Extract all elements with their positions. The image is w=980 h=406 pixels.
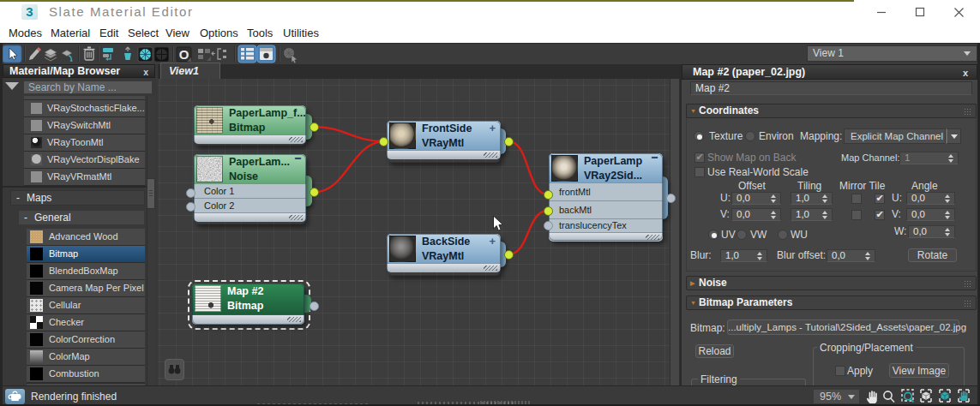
svg-text:O: O (179, 47, 189, 62)
